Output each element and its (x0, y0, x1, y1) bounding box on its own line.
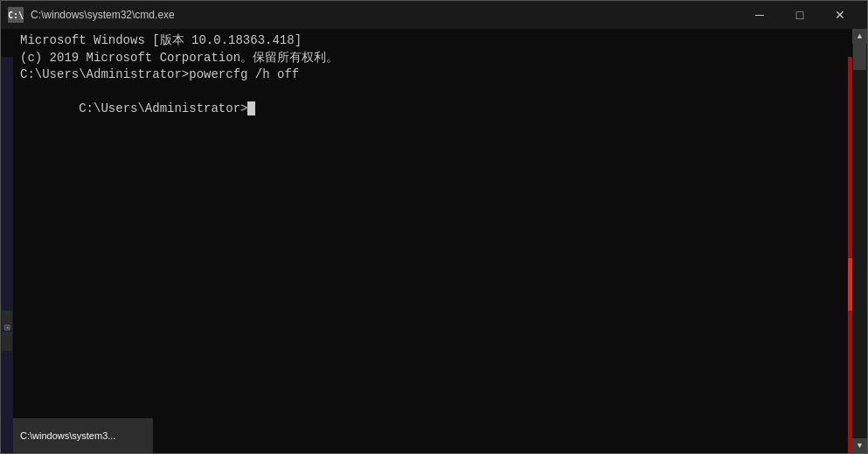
terminal-line-1: Microsoft Windows [版本 10.0.18363.418] (20, 32, 845, 50)
taskbar-cmd-label: C:\windows\system3... (20, 430, 115, 441)
taskbar-item-area: C:\windows\system3... (13, 418, 153, 453)
terminal-cursor-line: C:\Users\Administrator> (20, 84, 845, 136)
window-controls: ─ □ ✕ (740, 1, 860, 29)
cursor-prompt: C:\Users\Administrator> (79, 101, 247, 115)
left-item-1: 国 (2, 311, 12, 330)
terminal-line-2: (c) 2019 Microsoft Corporation。保留所有权利。 (20, 50, 845, 67)
left-item-2 (2, 332, 12, 351)
scrollbar-track[interactable] (852, 44, 867, 438)
window-title: C:\windows\system32\cmd.exe (31, 9, 740, 21)
scroll-up-button[interactable]: ▲ (852, 29, 867, 44)
minimize-button[interactable]: ─ (740, 1, 780, 29)
cmd-window: C:\ C:\windows\system32\cmd.exe ─ □ ✕ 国 … (0, 0, 868, 454)
cursor (247, 101, 254, 115)
maximize-button[interactable]: □ (780, 1, 820, 29)
vertical-scrollbar: ▲ ▼ (852, 29, 867, 453)
close-button[interactable]: ✕ (820, 1, 860, 29)
scroll-down-button[interactable]: ▼ (852, 438, 867, 453)
left-panel-decoration: 国 (1, 57, 13, 453)
scrollbar-thumb[interactable] (853, 44, 866, 70)
terminal-line-4: C:\Users\Administrator>powercfg /h off (20, 66, 845, 84)
terminal-body: 国 Microsoft Windows [版本 10.0.18363.418] … (1, 29, 867, 453)
window-icon: C:\ (8, 7, 24, 23)
title-bar: C:\ C:\windows\system32\cmd.exe ─ □ ✕ (1, 1, 867, 29)
terminal-content[interactable]: Microsoft Windows [版本 10.0.18363.418] (c… (13, 29, 852, 453)
